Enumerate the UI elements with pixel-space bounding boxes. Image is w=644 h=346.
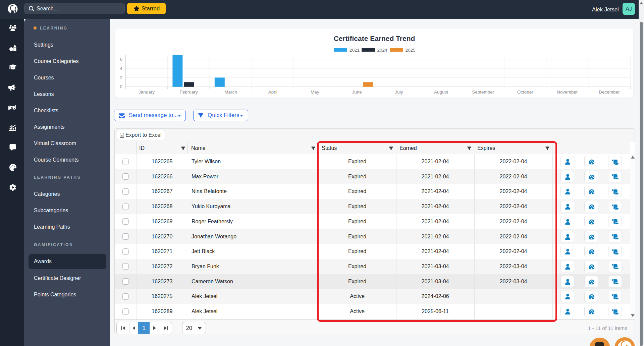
svg-text:4: 4 [120,66,122,71]
svg-text:June: June [352,90,362,95]
svg-text:April: April [268,90,277,95]
svg-text:2024: 2024 [377,48,388,53]
svg-text:February: February [179,90,198,95]
svg-text:2: 2 [120,75,122,80]
svg-text:October: October [517,90,534,95]
svg-text:March: March [224,90,237,95]
svg-text:November: November [557,90,578,95]
svg-text:August: August [434,90,448,95]
svg-text:2021: 2021 [350,48,360,53]
svg-text:December: December [599,90,620,95]
svg-text:September: September [472,90,494,95]
svg-text:May: May [311,90,319,95]
svg-text:6: 6 [120,57,122,62]
svg-text:January: January [139,90,155,95]
svg-text:2025: 2025 [406,48,416,53]
svg-text:0: 0 [120,84,122,89]
svg-text:x: x [121,133,123,137]
svg-text:July: July [395,90,403,95]
